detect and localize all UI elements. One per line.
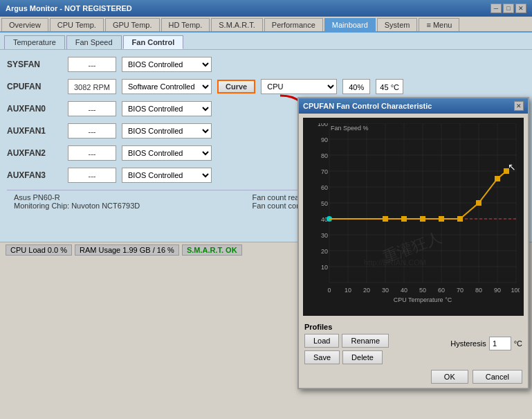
svg-text:↖: ↖	[508, 161, 516, 172]
svg-text:30: 30	[321, 232, 328, 239]
svg-text:CPU Temperature °C: CPU Temperature °C	[394, 296, 452, 303]
svg-text:70: 70	[321, 168, 328, 175]
curve-button-cpufan[interactable]: Curve	[217, 80, 255, 93]
svg-rect-53	[457, 216, 463, 222]
subtab-temperature[interactable]: Temperature	[4, 35, 65, 49]
cpu-load: CPU Load 0.0 %	[6, 244, 72, 256]
svg-text:100: 100	[318, 123, 328, 127]
svg-text:50: 50	[321, 200, 328, 207]
svg-text:80: 80	[475, 287, 482, 294]
fan-rpm-sysfan: ---	[68, 57, 116, 72]
fan-row-cpufan: CPUFAN 3082 RPM Software Controlled BIOS…	[7, 79, 525, 94]
svg-text:10: 10	[321, 264, 328, 271]
tab-overview[interactable]: Overview	[1, 18, 48, 31]
fan-control-select-cpufan[interactable]: Software Controlled BIOS Controlled	[122, 79, 212, 94]
svg-text:20: 20	[363, 287, 370, 294]
popup-dialog: CPUFAN Fan Control Characteristic ✕	[297, 97, 529, 389]
cancel-button[interactable]: Cancel	[473, 370, 522, 384]
tab-gpu-temp[interactable]: GPU Temp.	[105, 18, 160, 31]
svg-text:90: 90	[494, 287, 501, 294]
svg-text:Fan Speed %: Fan Speed %	[331, 125, 369, 132]
delete-button[interactable]: Delete	[342, 350, 383, 364]
hysteresis-label: Hysteresis	[450, 339, 486, 348]
svg-text:80: 80	[321, 152, 328, 159]
chart-container: 100 90 80 70 60 50 40 30 20 10 Fan Speed…	[303, 118, 524, 316]
tab-system[interactable]: System	[377, 18, 418, 31]
ram-usage: RAM Usage 1.99 GB / 16 %	[75, 244, 179, 256]
temp-cpufan: 45 °C	[376, 79, 403, 94]
rename-button[interactable]: Rename	[342, 334, 389, 348]
fan-label-sysfan: SYSFAN	[7, 60, 62, 69]
svg-text:30: 30	[382, 287, 389, 294]
fan-label-auxfan1: AUXFAN1	[7, 126, 62, 136]
dialog-buttons: OK Cancel	[299, 367, 528, 388]
popup-title-bar: CPUFAN Fan Control Characteristic ✕	[299, 98, 528, 114]
svg-rect-51	[420, 216, 425, 222]
tab-cpu-temp[interactable]: CPU Temp.	[50, 18, 104, 31]
fan-rpm-auxfan1: ---	[68, 123, 116, 139]
popup-title: CPUFAN Fan Control Characteristic	[303, 102, 432, 110]
fan-rpm-auxfan3: ---	[68, 168, 116, 183]
fan-control-select-sysfan[interactable]: BIOS Controlled Software Controlled	[122, 57, 212, 72]
svg-rect-55	[495, 176, 500, 181]
tab-hd-temp[interactable]: HD Temp.	[161, 18, 210, 31]
svg-text:60: 60	[438, 287, 445, 294]
ok-button[interactable]: OK	[431, 370, 468, 384]
maximize-button[interactable]: □	[503, 3, 514, 13]
svg-text:10: 10	[345, 287, 351, 294]
fan-control-select-auxfan1[interactable]: BIOS Controlled Software Controlled	[122, 123, 212, 139]
svg-text:60: 60	[321, 184, 328, 191]
tab-menu[interactable]: ≡ Menu	[419, 18, 459, 31]
close-button[interactable]: ✕	[515, 3, 526, 13]
tab-mainboard[interactable]: Mainboard	[324, 18, 376, 31]
fan-rpm-auxfan2: ---	[68, 145, 116, 161]
source-select-cpufan[interactable]: CPU	[261, 79, 337, 94]
fan-label-auxfan3: AUXFAN3	[7, 170, 62, 180]
fan-rpm-cpufan: 3082 RPM	[68, 79, 116, 94]
window-controls: ─ □ ✕	[490, 3, 526, 13]
fan-rpm-auxfan0: ---	[68, 101, 116, 116]
fan-row-sysfan: SYSFAN --- BIOS Controlled Software Cont…	[7, 57, 525, 72]
svg-rect-52	[439, 216, 444, 222]
svg-text:50: 50	[419, 287, 426, 294]
save-button[interactable]: Save	[304, 350, 340, 364]
title-bar: Argus Monitor - NOT REGISTERED ─ □ ✕	[0, 0, 532, 17]
fan-control-select-auxfan0[interactable]: BIOS Controlled Software Controlled	[122, 101, 212, 116]
svg-text:0: 0	[327, 287, 331, 294]
hysteresis-unit: °C	[514, 339, 522, 348]
smart-status: S.M.A.R.T. OK	[182, 244, 242, 256]
profiles-label: Profiles	[304, 323, 389, 331]
fan-control-select-auxfan2[interactable]: BIOS Controlled Software Controlled	[122, 145, 212, 161]
fan-label-cpufan: CPUFAN	[7, 82, 62, 91]
svg-text:http://BRIAN.COM: http://BRIAN.COM	[364, 258, 426, 267]
profiles-hysteresis-row: Profiles Load Rename Save Delete Hystere…	[299, 320, 528, 367]
board-name: Asus PN60-R	[14, 193, 140, 202]
subtab-fan-speed[interactable]: Fan Speed	[66, 35, 122, 49]
pct-cpufan: 40%	[342, 79, 370, 94]
tab-smart[interactable]: S.M.A.R.T.	[211, 18, 263, 31]
sub-nav: Temperature Fan Speed Fan Control	[0, 33, 532, 50]
svg-text:40: 40	[401, 287, 407, 294]
svg-rect-54	[476, 200, 481, 206]
window-title: Argus Monitor - NOT REGISTERED	[6, 4, 132, 12]
fan-label-auxfan2: AUXFAN2	[7, 148, 62, 158]
hysteresis-area: Hysteresis °C	[450, 337, 522, 350]
svg-text:70: 70	[457, 287, 464, 294]
chip-name: Monitoring Chip: Nuvoton NCT6793D	[14, 202, 140, 210]
tab-performance[interactable]: Performance	[264, 18, 323, 31]
svg-text:90: 90	[321, 136, 328, 143]
svg-rect-49	[383, 216, 388, 222]
load-button[interactable]: Load	[304, 334, 339, 348]
hysteresis-input[interactable]	[489, 337, 511, 350]
fan-curve-chart: 100 90 80 70 60 50 40 30 20 10 Fan Speed…	[309, 123, 520, 310]
popup-close-button[interactable]: ✕	[514, 101, 524, 111]
main-nav: Overview CPU Temp. GPU Temp. HD Temp. S.…	[0, 17, 532, 33]
fan-control-select-auxfan3[interactable]: BIOS Controlled Software Controlled	[122, 168, 212, 183]
fan-label-auxfan0: AUXFAN0	[7, 104, 62, 114]
subtab-fan-control[interactable]: Fan Control	[123, 35, 184, 49]
svg-text:100: 100	[511, 287, 520, 294]
minimize-button[interactable]: ─	[490, 3, 502, 13]
svg-rect-50	[401, 216, 407, 222]
svg-text:20: 20	[321, 248, 328, 255]
